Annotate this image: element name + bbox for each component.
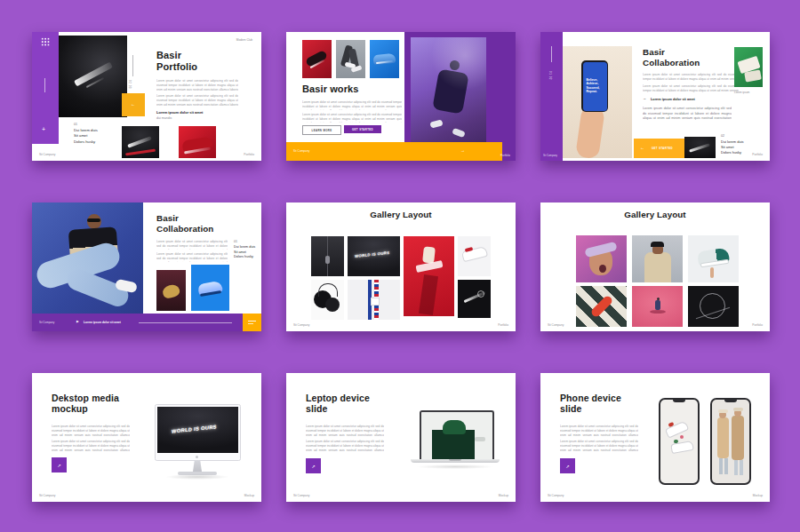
hand-shape — [575, 105, 605, 158]
item-number: 01 — [74, 123, 77, 126]
slide-title: Basir Portfolio — [156, 50, 241, 73]
arrow-up-right-icon: ↗ — [311, 464, 315, 469]
caption-text: Dui lorem duis Sit amet Dolors husky — [721, 139, 744, 155]
neon-text: WORLD IS OURS — [355, 250, 390, 258]
cap-shape — [651, 242, 664, 247]
photo-blue-shoe — [191, 265, 229, 311]
body-text: Lorem ipsum dolor sit amet consectetur a… — [643, 73, 739, 82]
slide-title: Gallery Layout — [540, 210, 770, 220]
slide-basir-collaboration-portrait[interactable]: Basir Collaboration Lorem ipsum dolor si… — [32, 202, 261, 331]
phone-mockup-people — [710, 398, 751, 485]
body-text: Lorem ipsum dolor sit amet consectetur a… — [302, 100, 402, 110]
sneaker-shape — [127, 136, 152, 147]
footer-company: Sit Company — [548, 494, 564, 497]
slide-basir-collaboration-phone[interactable]: 01 02 Sit Company Believe, Achieve, Succ… — [540, 32, 770, 161]
photo-red-sneaker — [179, 126, 216, 158]
body-text: Lorem ipsum dolor sit amet consectetur a… — [306, 425, 384, 436]
phone-screen: Believe, Achieve, Succeed, Repeat. — [583, 62, 607, 111]
item-number: 02 — [721, 134, 724, 138]
zipper-shape — [325, 256, 330, 264]
thumb-grey-shoes — [336, 40, 365, 78]
page-marker: 02 03 — [128, 80, 132, 89]
gallery-photo-headphones — [311, 280, 344, 320]
photo-green-cards — [734, 47, 763, 87]
arrow-right-icon: → — [643, 97, 646, 100]
sidebar-band: 01 02 Sit Company — [540, 32, 563, 161]
skateboard-shape — [590, 295, 614, 319]
body-text: Lorem ipsum dolor sit amet consectetur a… — [52, 440, 130, 451]
purple-footer-bar: Sit Company ▶ Lorem ipsum dolor sit amet — [32, 314, 261, 331]
plus-icon: + — [42, 126, 45, 132]
page-marker: 01 02 — [548, 71, 552, 80]
yellow-accent-block: ← — [122, 93, 145, 116]
slide-laptop-mockup[interactable]: Leptop device slide Lorem ipsum dolor si… — [286, 373, 516, 502]
slide-title: Dekstop media mockup — [52, 393, 149, 415]
arrow-up-right-icon: ↗ — [57, 463, 60, 468]
slide-gallery-layout-a[interactable]: Gallery Layout WORLD IS OURS — [286, 202, 516, 331]
footer-company: Sit Company — [293, 494, 309, 497]
gallery-photo-stripes-board — [576, 286, 627, 327]
thumb-blue-shoe — [370, 40, 399, 78]
monitor-screen: WORLD IS OURS — [157, 407, 238, 453]
sub-text: dui mandis — [156, 116, 172, 120]
footer-section: Portfolio — [498, 323, 508, 327]
gallery-photo-pink-figure — [632, 286, 683, 327]
gallery-photo-zipper — [311, 236, 344, 276]
footer-section: Mockup — [244, 494, 254, 497]
gallery-photo-red-figure — [404, 236, 454, 316]
eyebrow-label: Modern Club — [197, 38, 252, 42]
figure-shape — [655, 300, 660, 310]
hat-shape — [718, 409, 728, 413]
item-number: 01 — [234, 240, 237, 243]
footer-company: Sit Company — [39, 321, 54, 324]
thumb-red-sneaker — [302, 40, 332, 78]
arrow-button: ↗ — [306, 458, 321, 473]
body-text: Lorem ipsum dolor sit amet consectetur a… — [643, 107, 732, 121]
body-text: Lorem ipsum dolor sit amet consectetur a… — [302, 113, 402, 123]
footer-company: Sit Company — [548, 323, 564, 327]
footer-company: Sit Company — [39, 153, 55, 156]
body-text: Lorem ipsum dolor sit amet consectetur a… — [52, 425, 130, 436]
photo-dark-sneaker — [59, 36, 127, 117]
template-preview-grid: + 02 03 ← Basir Portfolio Lorem ipsum do… — [0, 0, 800, 532]
gallery-photo-neon-sign: WORLD IS OURS — [348, 236, 400, 276]
arrow-left-icon: ← — [640, 146, 644, 150]
headphones-shape — [443, 420, 466, 434]
jeans-leg-shape — [719, 458, 723, 474]
gallery-photo-shoe-sole — [458, 280, 491, 318]
dots-grid-icon — [41, 37, 50, 46]
photo-man-blue-wall — [32, 202, 143, 314]
body-text: Lorem ipsum dolor sit amet consectetur a… — [156, 252, 228, 262]
arrow-right-icon: → — [460, 148, 465, 153]
gallery-photo-cap-person — [632, 235, 683, 282]
primary-button: Get Started — [344, 125, 381, 133]
cta-label: Get Started — [652, 147, 673, 150]
footer-company: Sit Company — [293, 323, 309, 327]
slide-basir-works[interactable]: Basir works Lorem ipsum dolor sit amet c… — [286, 32, 516, 161]
photo-purple-person — [411, 37, 486, 152]
gallery-photo-bicycle — [688, 286, 739, 327]
sidebar-band: + — [32, 32, 59, 144]
caption-text: Dui lorem duis Sit amet Dolors husky — [74, 128, 98, 145]
body-text: Lorem ipsum dolor sit amet consectetur a… — [306, 440, 384, 451]
phone-screen-text: Believe, Achieve, Succeed, Repeat. — [587, 78, 600, 94]
footer-section: Mockup — [499, 494, 508, 497]
slide-title: Basir works — [302, 83, 400, 95]
sunglasses-shape — [87, 218, 100, 222]
body-text: Lorem ipsum dolor sit amet consectetur a… — [156, 94, 238, 106]
sneaker-shape — [161, 283, 180, 300]
slide-phone-mockup[interactable]: Phone device slide Lorem ipsum dolor sit… — [540, 373, 770, 502]
footer-company: Sit Company — [293, 149, 309, 153]
body-text: Lorem ipsum dolor sit amet consectetur a… — [643, 84, 739, 93]
body-text: Lorem ipsum dolor sit amet consectetur a… — [156, 79, 238, 91]
slide-basir-portfolio[interactable]: + 02 03 ← Basir Portfolio Lorem ipsum do… — [32, 32, 261, 161]
slide-gallery-layout-b[interactable]: Gallery Layout Sit Company — [540, 202, 770, 331]
arrow-button: ↗ — [560, 458, 575, 473]
caption-text: Dui lorem duis Sit amet Dolors husky — [234, 245, 255, 260]
yellow-corner-block — [243, 314, 261, 331]
slide-desktop-mockup[interactable]: Dekstop media mockup Lorem ipsum dolor s… — [32, 373, 261, 502]
photo-hand-phone: Believe, Achieve, Succeed, Repeat. — [563, 46, 632, 158]
slide-title: Basir Collaboration — [156, 213, 256, 234]
sneaker-shape — [689, 143, 710, 152]
arrow-up-right-icon: ↗ — [565, 464, 569, 469]
